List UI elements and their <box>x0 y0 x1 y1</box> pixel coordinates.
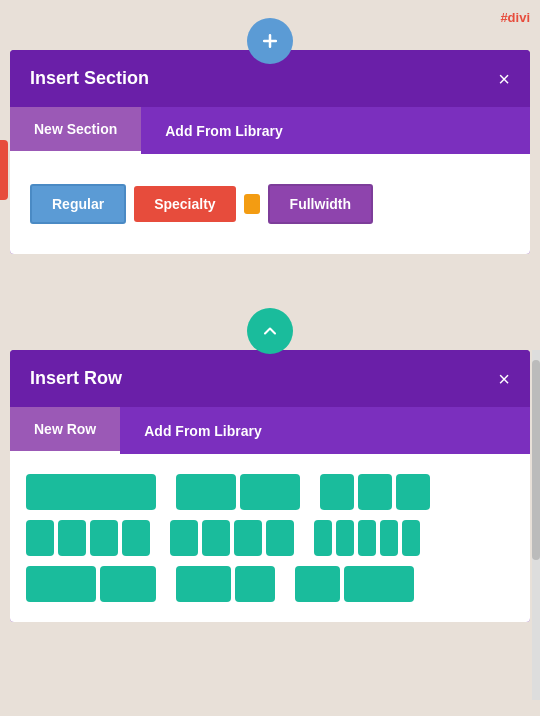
layout-3col[interactable] <box>320 474 430 510</box>
col-block <box>396 474 430 510</box>
tab-add-from-library-row[interactable]: Add From Library <box>120 407 285 454</box>
layout-4col[interactable] <box>26 520 150 556</box>
layout-wide-right[interactable] <box>295 566 414 602</box>
col-block <box>234 520 262 556</box>
row-panel-header: Insert Row × <box>10 350 530 407</box>
col-block <box>240 474 300 510</box>
layout-2col[interactable] <box>176 474 300 510</box>
tab-add-from-library-section[interactable]: Add From Library <box>141 107 306 154</box>
col-block <box>170 520 198 556</box>
layout-1col[interactable] <box>26 474 156 510</box>
fullwidth-section-button[interactable]: Fullwidth <box>268 184 373 224</box>
row-panel-title: Insert Row <box>30 368 122 389</box>
section-tabs: New Section Add From Library <box>10 107 530 154</box>
specialty-section-button[interactable]: Specialty <box>134 186 235 222</box>
sidebar-indicator <box>0 140 8 200</box>
col-block <box>176 566 231 602</box>
col-block <box>320 474 354 510</box>
row-layout-options <box>10 454 530 622</box>
col-block <box>176 474 236 510</box>
col-block <box>336 520 354 556</box>
col-block <box>358 474 392 510</box>
col-block <box>295 566 340 602</box>
col-block <box>314 520 332 556</box>
specialty-orange-indicator <box>244 194 260 214</box>
chevron-up-icon <box>260 321 280 341</box>
plus-icon <box>260 31 280 51</box>
col-block <box>90 520 118 556</box>
col-block <box>26 566 96 602</box>
tab-new-row[interactable]: New Row <box>10 407 120 454</box>
col-block <box>235 566 275 602</box>
layout-5col[interactable] <box>314 520 420 556</box>
layout-wide-left[interactable] <box>26 566 156 602</box>
col-block <box>266 520 294 556</box>
layout-grid <box>26 474 514 602</box>
col-block <box>58 520 86 556</box>
section-panel-title: Insert Section <box>30 68 149 89</box>
regular-section-button[interactable]: Regular <box>30 184 126 224</box>
col-block <box>358 520 376 556</box>
col-block <box>380 520 398 556</box>
col-block <box>344 566 414 602</box>
section-close-button[interactable]: × <box>498 69 510 89</box>
row-trigger-button[interactable] <box>247 308 293 354</box>
layout-row-3 <box>26 566 514 602</box>
layout-row-2 <box>26 520 514 556</box>
col-block <box>100 566 156 602</box>
col-block <box>26 520 54 556</box>
insert-row-panel: Insert Row × New Row Add From Library <box>10 350 530 622</box>
col-block <box>402 520 420 556</box>
col-block <box>202 520 230 556</box>
layout-row-1 <box>26 474 514 510</box>
row-close-button[interactable]: × <box>498 369 510 389</box>
insert-section-panel: Insert Section × New Section Add From Li… <box>10 50 530 254</box>
section-trigger-button[interactable] <box>247 18 293 64</box>
col-block <box>122 520 150 556</box>
layout-mixed-3col[interactable] <box>170 520 294 556</box>
section-panel-content: Regular Specialty Fullwidth <box>10 154 530 254</box>
row-tabs: New Row Add From Library <box>10 407 530 454</box>
divi-tag: #divi <box>500 10 530 25</box>
scrollbar[interactable] <box>532 350 540 700</box>
layout-3col-unequal[interactable] <box>176 566 275 602</box>
scrollbar-thumb[interactable] <box>532 360 540 560</box>
tab-new-section[interactable]: New Section <box>10 107 141 154</box>
col-block <box>26 474 156 510</box>
